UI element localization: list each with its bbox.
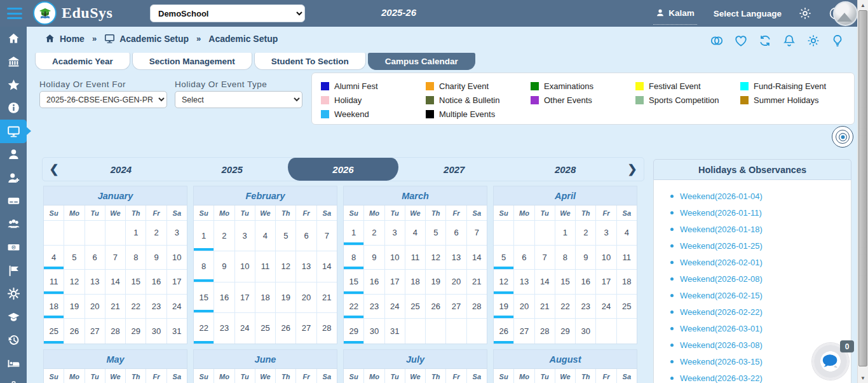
day-cell[interactable]: 23 [576, 295, 596, 319]
refresh-icon[interactable] [758, 34, 772, 48]
day-cell[interactable]: 28 [467, 295, 487, 319]
year-tab-2028[interactable]: 2028 [510, 158, 621, 181]
select-language-link[interactable]: Select Language [714, 9, 782, 18]
day-cell[interactable]: 17 [596, 270, 616, 295]
day-cell[interactable]: 29 [555, 319, 576, 344]
avatar[interactable] [833, 1, 858, 26]
day-cell[interactable] [467, 319, 487, 344]
gear-icon[interactable] [806, 34, 820, 48]
day-cell[interactable]: 12 [426, 246, 446, 270]
day-cell[interactable]: 6 [85, 246, 105, 270]
day-cell[interactable]: 3 [235, 221, 255, 251]
day-cell[interactable]: 20 [446, 270, 466, 295]
day-cell[interactable]: 9 [576, 246, 596, 270]
day-cell[interactable]: 30 [146, 319, 166, 344]
heart-icon[interactable] [734, 34, 748, 48]
settings-gear-icon[interactable] [798, 6, 812, 20]
day-cell[interactable]: 28 [317, 313, 337, 344]
vertical-scrollbar[interactable]: ▲ ▼ [857, 0, 868, 383]
holiday-link[interactable]: Weekend(2026-01-04) [670, 188, 844, 204]
day-cell[interactable]: 22 [126, 295, 146, 319]
year-tab-2025[interactable]: 2025 [177, 158, 288, 181]
day-cell[interactable]: 18 [617, 270, 637, 295]
brand-logo[interactable]: EduSys [33, 1, 112, 25]
day-cell[interactable]: 4 [617, 221, 637, 246]
day-cell[interactable]: 27 [296, 313, 316, 344]
scroll-down-icon[interactable]: ▼ [858, 373, 868, 383]
day-cell[interactable]: 6 [446, 221, 466, 246]
day-cell[interactable]: 29 [344, 319, 364, 344]
day-cell[interactable]: 21 [317, 282, 337, 313]
tab-student-to-section[interactable]: Student To Section [254, 53, 366, 70]
day-cell[interactable]: 8 [126, 246, 146, 270]
day-cell[interactable]: 28 [535, 319, 555, 344]
day-cell[interactable]: 27 [446, 295, 466, 319]
day-cell[interactable] [617, 319, 637, 344]
sidebar-item-transport[interactable] [0, 375, 27, 383]
day-cell[interactable]: 24 [167, 295, 187, 319]
day-cell[interactable]: 21 [535, 295, 555, 319]
hamburger-menu-icon[interactable] [7, 8, 22, 19]
sidebar-item-favorites[interactable] [0, 73, 27, 97]
day-cell[interactable]: 3 [596, 221, 616, 246]
day-cell[interactable]: 6 [296, 221, 316, 251]
day-cell[interactable]: 19 [276, 282, 296, 313]
sidebar-item-staff[interactable] [0, 212, 27, 236]
day-cell[interactable]: 19 [426, 270, 446, 295]
day-cell[interactable]: 5 [494, 246, 514, 270]
day-cell[interactable]: 9 [146, 246, 166, 270]
holiday-link[interactable]: Weekend(2026-02-22) [670, 303, 844, 320]
holiday-link[interactable]: Weekend(2026-02-01) [670, 254, 844, 270]
day-cell[interactable] [85, 221, 105, 246]
sidebar-item-academics[interactable] [0, 305, 27, 329]
day-cell[interactable]: 15 [126, 270, 146, 295]
day-cell[interactable] [535, 221, 555, 246]
day-cell[interactable]: 1 [344, 221, 364, 246]
day-cell[interactable]: 23 [214, 313, 234, 344]
lightbulb-icon[interactable] [831, 34, 844, 48]
day-cell[interactable] [105, 221, 126, 246]
sidebar-item-hostel[interactable] [0, 352, 27, 375]
school-select[interactable]: DemoSchool [150, 4, 305, 22]
day-cell[interactable]: 16 [364, 270, 384, 295]
sidebar-item-institution[interactable] [0, 50, 27, 74]
day-cell[interactable]: 14 [105, 270, 126, 295]
day-cell[interactable]: 2 [214, 221, 234, 251]
day-cell[interactable] [44, 221, 64, 246]
day-cell[interactable]: 26 [426, 295, 446, 319]
bell-icon[interactable] [782, 34, 796, 48]
day-cell[interactable]: 18 [255, 282, 276, 313]
day-cell[interactable]: 11 [405, 246, 426, 270]
event-for-select[interactable]: 2025-26-CBSE-ENG-GEN-PRIM [39, 91, 167, 108]
day-cell[interactable]: 26 [276, 313, 296, 344]
day-cell[interactable]: 27 [514, 319, 534, 344]
holiday-link[interactable]: Weekend(2026-01-25) [670, 237, 844, 254]
day-cell[interactable] [514, 221, 534, 246]
day-cell[interactable] [426, 319, 446, 344]
day-cell[interactable]: 18 [44, 295, 64, 319]
holiday-link[interactable]: Weekend(2026-03-01) [670, 320, 844, 337]
day-cell[interactable]: 8 [555, 246, 576, 270]
day-cell[interactable]: 3 [385, 221, 405, 246]
day-cell[interactable]: 3 [167, 221, 187, 246]
day-cell[interactable]: 18 [405, 270, 426, 295]
day-cell[interactable]: 5 [276, 221, 296, 251]
day-cell[interactable]: 1 [555, 221, 576, 246]
user-menu[interactable]: Kalam [653, 3, 697, 25]
breadcrumb-item[interactable]: Academic Setup [208, 34, 278, 44]
day-cell[interactable] [494, 221, 514, 246]
sidebar-item-academic-setup[interactable] [0, 120, 27, 143]
day-cell[interactable]: 25 [44, 319, 64, 344]
prev-year-arrow-icon[interactable]: ❮ [43, 158, 65, 181]
day-cell[interactable] [446, 319, 466, 344]
sidebar-item-id-cards[interactable] [0, 190, 27, 213]
day-cell[interactable]: 10 [235, 251, 255, 282]
day-cell[interactable]: 20 [85, 295, 105, 319]
target-bullseye-icon[interactable] [832, 126, 853, 148]
day-cell[interactable]: 16 [214, 282, 234, 313]
day-cell[interactable]: 10 [167, 246, 187, 270]
holiday-link[interactable]: Weekend(2026-01-11) [670, 204, 844, 221]
day-cell[interactable]: 4 [255, 221, 276, 251]
day-cell[interactable]: 14 [467, 246, 487, 270]
day-cell[interactable]: 8 [194, 251, 214, 282]
